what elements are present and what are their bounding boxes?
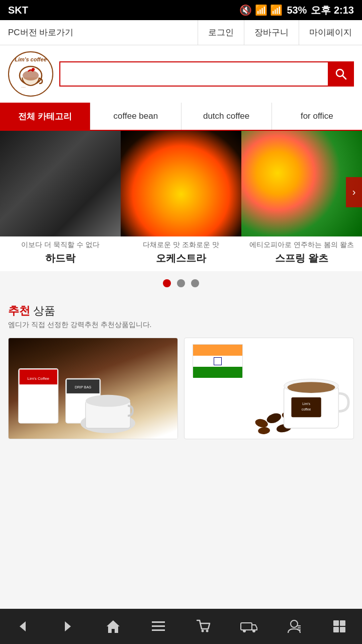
carousel-image-0 <box>0 131 121 236</box>
carousel-image-2 <box>241 131 362 236</box>
product-drip-svg: Lim's Coffee DRIP BAG <box>9 338 177 439</box>
carousel-dots <box>0 271 362 295</box>
login-link[interactable]: 로그인 <box>198 20 244 45</box>
logo[interactable]: Lim's coffee ···· <box>8 51 53 97</box>
status-icons: 🔇 📶 📶 <box>239 4 283 16</box>
svg-point-1 <box>23 70 39 80</box>
carousel-image-1 <box>121 131 241 236</box>
carousel-item-2[interactable]: 에티오피아로 연주하는 봄의 왈츠 스프링 왈츠 <box>241 131 362 271</box>
svg-text:coffee: coffee <box>302 408 311 411</box>
tab-bean[interactable]: coffee bean <box>90 103 181 130</box>
india-flag <box>193 344 243 377</box>
status-bar: SKT 🔇 📶 📶 53% 오후 2:13 <box>0 0 362 20</box>
time-label: 오후 2:13 <box>311 4 354 17</box>
product-card-1[interactable]: Lim's coffee <box>184 338 354 439</box>
carousel-subcaption-2: 에티오피아로 연주하는 봄의 왈츠 <box>241 240 362 250</box>
status-right: 🔇 📶 📶 53% 오후 2:13 <box>239 4 354 17</box>
pc-version-link[interactable]: PC버전 바로가기 <box>0 20 198 45</box>
carousel-item-1[interactable]: 다채로운 맛 조화로운 맛 오케스트라 <box>121 131 241 271</box>
recommended-subtitle: 엠디가 직접 선정한 강력추천 추천상품입니다. <box>8 320 354 330</box>
tab-office[interactable]: for office <box>272 103 362 130</box>
svg-point-15 <box>265 412 283 425</box>
carousel-caption-2: 스프링 왈츠 <box>241 252 362 265</box>
svg-text:DRIP BAG: DRIP BAG <box>75 385 92 389</box>
carousel: 이보다 더 묵직할 수 없다 하드락 다채로운 맛 조화로운 맛 오케스트라 에… <box>0 131 362 271</box>
cart-link[interactable]: 장바구니 <box>244 20 299 45</box>
svg-point-24 <box>288 382 335 393</box>
tab-all[interactable]: 전체 카테고리 <box>0 103 90 130</box>
carousel-subcaption-1: 다채로운 맛 조화로운 맛 <box>121 240 241 250</box>
carousel-item-0[interactable]: 이보다 더 묵직할 수 없다 하드락 <box>0 131 121 271</box>
svg-point-2 <box>32 68 35 71</box>
recommended-title-highlight: 추천 <box>8 304 30 317</box>
search-icon <box>335 68 347 80</box>
search-input[interactable] <box>59 61 328 87</box>
search-button[interactable] <box>328 61 354 87</box>
svg-text:Lim's Coffee: Lim's Coffee <box>28 376 50 381</box>
logo-text: Lim's coffee <box>15 56 47 62</box>
carousel-next-arrow[interactable]: › <box>346 177 362 207</box>
carousel-caption-1: 오케스트라 <box>121 252 241 265</box>
svg-text:····: ···· <box>21 85 26 90</box>
svg-point-18 <box>254 418 269 429</box>
logo-cup-svg: ···· <box>17 64 45 91</box>
header: Lim's coffee ···· <box>0 45 362 103</box>
recommended-title: 추천 상품 <box>8 303 354 318</box>
product-image-0: Lim's Coffee DRIP BAG <box>9 338 177 439</box>
carousel-track: 이보다 더 묵직할 수 없다 하드락 다채로운 맛 조화로운 맛 오케스트라 에… <box>0 131 362 271</box>
carousel-dot-2[interactable] <box>191 279 199 287</box>
svg-line-5 <box>343 76 346 79</box>
tab-dutch[interactable]: dutch coffee <box>182 103 272 130</box>
svg-point-21 <box>258 427 270 435</box>
svg-point-14 <box>85 395 130 407</box>
svg-text:Lim's: Lim's <box>302 402 310 406</box>
product-image-1: Lim's coffee <box>185 338 353 439</box>
carousel-dot-0[interactable] <box>163 279 171 287</box>
carousel-subcaption-0: 이보다 더 묵직할 수 없다 <box>0 240 121 250</box>
category-tabs: 전체 카테고리 coffee bean dutch coffee for off… <box>0 103 362 131</box>
carrier-label: SKT <box>8 5 28 16</box>
carousel-dot-1[interactable] <box>177 279 185 287</box>
recommended-section: 추천 상품 엠디가 직접 선정한 강력추천 추천상품입니다. Lim's Cof… <box>0 295 362 447</box>
product-grid: Lim's Coffee DRIP BAG <box>8 338 354 439</box>
search-bar <box>59 61 354 87</box>
carousel-caption-0: 하드락 <box>0 252 121 265</box>
recommended-title-rest: 상품 <box>30 304 55 317</box>
logo-circle: Lim's coffee ···· <box>8 51 53 97</box>
top-nav-right: 로그인 장바구니 마이페이지 <box>198 20 362 45</box>
battery-label: 53% <box>287 5 307 16</box>
mypage-link[interactable]: 마이페이지 <box>299 20 362 45</box>
product-card-0[interactable]: Lim's Coffee DRIP BAG <box>8 338 178 439</box>
top-nav: PC버전 바로가기 로그인 장바구니 마이페이지 <box>0 20 362 45</box>
